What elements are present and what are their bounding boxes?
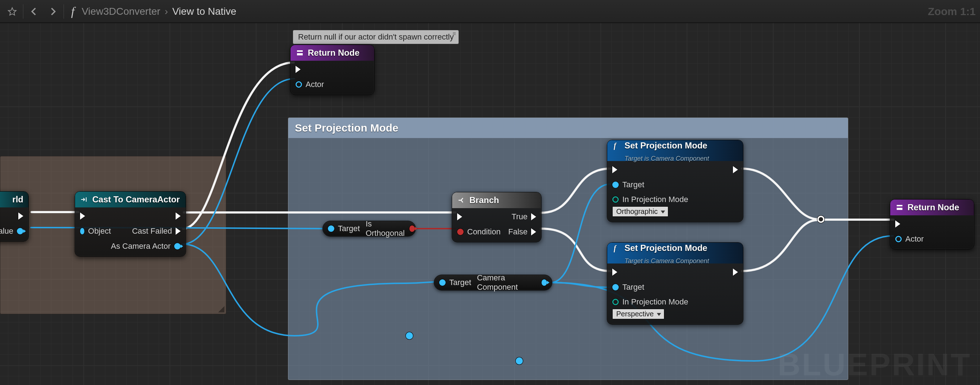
favorite-icon[interactable] <box>4 3 20 19</box>
svg-text:f: f <box>614 244 617 252</box>
pin-projection-mode-in[interactable]: In Projection Mode Orthographic <box>612 195 688 217</box>
node-header: rld <box>0 192 29 208</box>
pin-actor-in[interactable]: Actor <box>296 80 324 89</box>
branch-icon <box>457 196 466 204</box>
pin-true-out[interactable]: True <box>512 212 536 222</box>
pin-target-in[interactable]: Target <box>612 282 688 292</box>
node-cast-camera-actor[interactable]: Cast To CameraActor Object Cast Failed A… <box>75 191 186 257</box>
return-icon <box>296 48 304 57</box>
pin-target-in[interactable]: Target <box>612 180 688 190</box>
breadcrumb[interactable]: View3DConverter › View to Native <box>81 6 236 17</box>
zoom-indicator: Zoom 1:1 <box>928 5 976 18</box>
return-icon <box>895 203 904 212</box>
node-title: Cast To CameraActor <box>92 195 180 204</box>
toolbar-divider <box>23 4 23 19</box>
pin-projection-mode-in[interactable]: In Projection Mode Perspective <box>612 297 688 319</box>
node-title: Set Projection Mode <box>625 243 708 253</box>
breadcrumb-current[interactable]: View to Native <box>172 6 236 17</box>
toolbar-divider <box>64 4 64 19</box>
nav-back-icon[interactable] <box>26 3 42 19</box>
pin-return-value[interactable]: rn Value <box>0 226 23 236</box>
node-camera-component[interactable]: Target Camera Component <box>434 275 552 291</box>
svg-rect-4 <box>897 205 902 206</box>
node-title: Branch <box>469 195 499 205</box>
pin-is-orthogonal-out[interactable]: Is Orthogonal <box>366 219 415 238</box>
node-title: Set Projection Mode <box>625 141 708 151</box>
node-return-2[interactable]: Return Node Actor <box>890 199 974 249</box>
comment-box-projection[interactable]: Set Projection Mode <box>288 118 848 380</box>
node-title: Return Node <box>907 202 959 212</box>
pin-target-in[interactable]: Target <box>328 224 360 233</box>
node-subtitle: Target is Camera Component <box>625 155 709 163</box>
node-branch[interactable]: Branch Condition True False <box>452 192 541 242</box>
node-header: Branch <box>452 192 541 208</box>
pin-exec-out[interactable] <box>18 211 23 221</box>
pin-actor-in[interactable]: Actor <box>895 234 924 244</box>
node-header: f Set Projection Mode Target is Camera C… <box>607 140 743 161</box>
svg-text:f: f <box>614 142 617 150</box>
cast-icon <box>80 195 89 204</box>
function-icon: f <box>612 244 621 252</box>
projection-mode-dropdown[interactable]: Perspective <box>612 309 664 319</box>
function-icon: f <box>612 141 621 150</box>
chevron-right-icon: › <box>164 6 168 17</box>
pin-exec-out[interactable] <box>733 267 738 277</box>
node-header: Cast To CameraActor <box>75 192 186 208</box>
svg-rect-5 <box>897 208 902 210</box>
node-header: f Set Projection Mode Target is Camera C… <box>607 243 743 264</box>
svg-rect-0 <box>297 50 303 52</box>
pin-target-in[interactable]: Target <box>439 278 471 287</box>
pin-exec-in[interactable] <box>296 64 324 74</box>
comment-tooltip: Return null if our actor didn't spawn co… <box>293 30 459 44</box>
pin-camera-component-out[interactable]: Camera Component <box>477 273 547 292</box>
pin-exec-in[interactable] <box>457 212 501 222</box>
node-header: Return Node <box>291 45 374 61</box>
reroute-node[interactable] <box>515 357 523 364</box>
comment-title[interactable]: Set Projection Mode <box>288 118 848 138</box>
breadcrumb-root[interactable]: View3DConverter <box>81 6 160 17</box>
function-icon[interactable]: f <box>67 5 79 18</box>
pin-exec-in[interactable] <box>612 267 688 277</box>
pin-cast-failed[interactable]: Cast Failed <box>132 226 181 236</box>
node-header: Return Node <box>890 200 974 215</box>
node-is-orthogonal[interactable]: Target Is Orthogonal <box>323 221 416 236</box>
pin-exec-in[interactable] <box>895 219 924 229</box>
node-set-projection-1[interactable]: f Set Projection Mode Target is Camera C… <box>607 140 743 222</box>
nav-forward-icon[interactable] <box>45 3 61 19</box>
svg-rect-1 <box>297 53 303 55</box>
pin-exec-out[interactable] <box>176 211 181 221</box>
projection-mode-dropdown[interactable]: Orthographic <box>612 206 668 217</box>
pin-exec-out[interactable] <box>733 165 738 175</box>
pin-condition-in[interactable]: Condition <box>457 227 501 237</box>
watermark: BLUEPRINT <box>778 346 971 383</box>
pin-exec-in[interactable] <box>612 165 688 175</box>
pin-exec-in[interactable] <box>80 211 111 221</box>
node-return-1[interactable]: Return Node Actor <box>290 45 375 95</box>
node-subtitle: Target is Camera Component <box>625 257 709 265</box>
pin-object-in[interactable]: Object <box>80 226 111 236</box>
pin-false-out[interactable]: False <box>508 227 536 237</box>
reroute-node-exec[interactable] <box>817 216 824 223</box>
reroute-node[interactable] <box>406 332 413 339</box>
toolbar: f View3DConverter › View to Native Zoom … <box>0 0 980 23</box>
node-set-projection-2[interactable]: f Set Projection Mode Target is Camera C… <box>607 242 743 324</box>
graph-canvas[interactable]: Return null if our actor didn't spawn co… <box>0 23 980 385</box>
resize-grip-icon[interactable] <box>216 305 224 312</box>
node-partial-left[interactable]: rld rn Value <box>0 191 29 241</box>
pin-as-camera-actor[interactable]: As Camera Actor <box>111 241 181 251</box>
node-title: Return Node <box>308 48 360 58</box>
